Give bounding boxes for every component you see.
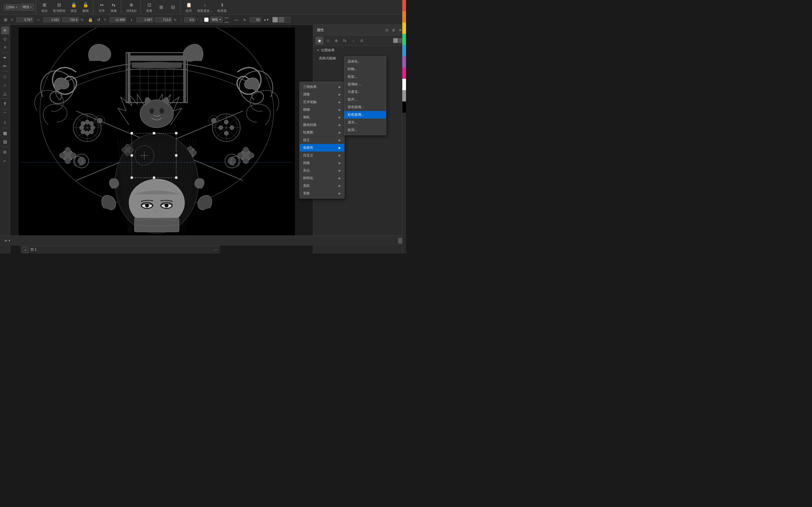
color-swatch-green[interactable] — [402, 34, 406, 45]
menu-item-noise[interactable]: 杂点 ▶ — [300, 167, 344, 174]
color-swatch-blue[interactable] — [402, 45, 406, 56]
px-y-input[interactable] — [155, 17, 172, 22]
tab-style-icon[interactable]: A — [358, 37, 366, 45]
color-swatch-red[interactable] — [402, 0, 406, 11]
opacity-input[interactable] — [250, 17, 261, 22]
arrange-button[interactable]: ⊕ 排列(A) — [124, 1, 139, 13]
lock-ratio-icon[interactable]: 🔒 — [87, 16, 94, 23]
color-swatch-yellow[interactable] — [402, 22, 406, 34]
grid-view-button[interactable]: ⊞ — [155, 3, 167, 11]
menu-item-adjust[interactable]: 调整 ▶ — [300, 91, 344, 98]
zoom-dropdown[interactable]: 129% ▼ — [4, 4, 20, 10]
fill-swatch-2[interactable] — [278, 17, 284, 22]
menu-item-texture[interactable]: 底纹 ▶ — [300, 182, 344, 189]
x-input[interactable] — [16, 17, 33, 22]
pencil-tool[interactable]: ✏ — [1, 62, 9, 70]
smear-tool[interactable]: ⌐ — [1, 157, 9, 165]
menu-item-contour[interactable]: 轮廓图 ▶ — [300, 129, 344, 136]
rotate-icon[interactable]: ↺ — [95, 16, 102, 23]
canvas-area[interactable]: + 页 1 ··· — [10, 25, 313, 253]
color-swatch-gray[interactable] — [402, 90, 406, 101]
brush-tool[interactable]: ⌇ — [1, 119, 9, 127]
fill-swatch-1[interactable] — [272, 17, 278, 22]
get-more-button[interactable]: ↓ 获取更多... — [195, 1, 214, 13]
paste-style-button[interactable]: 📋 贴齐 — [183, 1, 195, 13]
menu-item-color-transform[interactable]: 颜色转换 ▶ — [300, 121, 344, 129]
submenu-item-glass-block[interactable]: 玻璃砖 ... — [344, 80, 386, 88]
panel-adjust-icon[interactable]: ⊟ — [384, 27, 390, 33]
width-input[interactable] — [43, 17, 60, 22]
tab-effects-icon[interactable]: ⊕ — [333, 37, 340, 45]
select-tool[interactable]: ✛ — [1, 26, 9, 34]
submenu[interactable]: 晶体化... 织物... 框架... 玻璃砖 ... 马赛克... 散开... … — [344, 56, 386, 135]
tab-stroke-icon[interactable]: ◇ — [324, 37, 332, 45]
menu-item-artbrush[interactable]: 艺术笔触 ▶ — [300, 98, 344, 106]
ungroup-button[interactable]: ⊟ 取消群组 — [51, 1, 68, 13]
submenu-item-frame[interactable]: 框架... — [344, 73, 386, 80]
add-effect-button[interactable]: + ▼ — [2, 237, 13, 244]
text-tool[interactable]: T — [1, 100, 9, 108]
tab-fx-icon[interactable]: fx — [341, 37, 349, 45]
stroke-end-icon[interactable]: — — [233, 16, 240, 23]
panel-fill-swatch[interactable] — [393, 38, 398, 43]
crop-tool[interactable]: ⌗ — [1, 43, 9, 51]
gradient-tool[interactable]: ▤ — [1, 138, 9, 146]
add-page-button[interactable]: + — [22, 247, 28, 252]
triangle-tool[interactable]: △ — [1, 90, 9, 98]
stroke-color-icon[interactable] — [204, 17, 209, 22]
more-pages-icon[interactable]: ··· — [214, 247, 218, 252]
color-swatch-orange[interactable] — [402, 11, 406, 22]
submenu-item-crystalize[interactable]: 晶体化... — [344, 58, 386, 65]
submenu-item-swirl[interactable]: 旋涡... — [344, 126, 386, 134]
submenu-item-mosaic[interactable]: 马赛克... — [344, 88, 386, 96]
fill-swatch-3[interactable] — [285, 17, 290, 22]
rotation-input[interactable] — [184, 17, 195, 22]
eyedropper-tool[interactable]: ⊘ — [1, 148, 9, 156]
submenu-item-scatter[interactable]: 散开... — [344, 96, 386, 103]
pen-tool[interactable]: ✒ — [1, 54, 9, 62]
submenu-item-stained-glass[interactable]: 彩色玻璃... — [344, 111, 386, 119]
submenu-item-smoked-glass[interactable]: 茶色玻璃... — [344, 103, 386, 111]
inspector-button[interactable]: ℹ 检查器 — [215, 1, 229, 13]
lock-button[interactable]: 🔒 锁定 — [68, 1, 80, 13]
menu-item-creative[interactable]: 创造性 ▶ — [300, 144, 344, 152]
submenu-item-vignette[interactable]: 虚光... — [344, 119, 386, 126]
menu-item-distort[interactable]: 扭曲 ▶ — [300, 159, 344, 167]
rect-tool[interactable]: □ — [1, 73, 9, 80]
split-view-button[interactable]: ⊟ — [167, 3, 179, 11]
menu-item-custom[interactable]: 自定义 ▶ — [300, 152, 344, 159]
panel-grid-icon[interactable]: ⊞ — [391, 27, 396, 33]
stroke-select[interactable]: 细线 ▼ — [210, 17, 223, 22]
opacity-arrow-icon[interactable]: ▲▼ — [263, 16, 269, 23]
enhance-dropdown[interactable]: 增强 ▼ — [20, 4, 34, 11]
tab-fill-icon[interactable]: ◆ — [315, 37, 323, 45]
color-swatch-purple[interactable] — [402, 56, 406, 68]
menu-item-transform[interactable]: 变换 ▶ — [300, 189, 344, 197]
height-input[interactable] — [137, 17, 153, 22]
freehand-tool[interactable]: ⌒ — [1, 110, 9, 118]
effects-header[interactable]: ▼ 位图效果 — [317, 48, 403, 53]
color-swatch-black[interactable] — [402, 101, 406, 113]
menu-item-camera[interactable]: 相机 ▶ — [300, 114, 344, 121]
group-button[interactable]: ⊞ 组合 — [39, 1, 50, 13]
menu-item-sharpen[interactable]: 鲜明化 ▶ — [300, 174, 344, 182]
color-swatch-white[interactable] — [402, 79, 406, 90]
menu-item-3d[interactable]: 三维效果 ▶ — [300, 83, 344, 91]
mirror-button[interactable]: ⇆ 镜像 — [108, 1, 119, 13]
fill-tool[interactable]: ▦ — [1, 129, 9, 137]
tab-align-icon[interactable]: ↕ — [349, 37, 357, 45]
align-button[interactable]: ⇔ 对齐 — [96, 1, 107, 13]
color-swatch-pink[interactable] — [402, 68, 406, 79]
stroke-dash-icon[interactable]: — — — [224, 16, 231, 23]
menu-item-correction[interactable]: 校正 ▶ — [300, 136, 344, 144]
node-tool[interactable]: ◇ — [1, 35, 9, 43]
submenu-item-fabric[interactable]: 织物... — [344, 65, 386, 73]
menu-item-blur[interactable]: 模糊 ▶ — [300, 106, 344, 114]
px-x-input[interactable] — [62, 17, 79, 22]
view-button[interactable]: ⊡ 查看 — [144, 1, 155, 13]
unlock-button[interactable]: 🔓 解锁 — [80, 1, 91, 13]
ellipse-tool[interactable]: ○ — [1, 81, 9, 89]
stroke-corner-icon[interactable]: ∿ — [241, 16, 248, 23]
context-menu[interactable]: 三维效果 ▶ 调整 ▶ 艺术笔触 ▶ 模糊 ▶ 相机 ▶ 颜色转换 ▶ 轮廓图 … — [299, 82, 345, 199]
y-input[interactable] — [109, 17, 126, 22]
